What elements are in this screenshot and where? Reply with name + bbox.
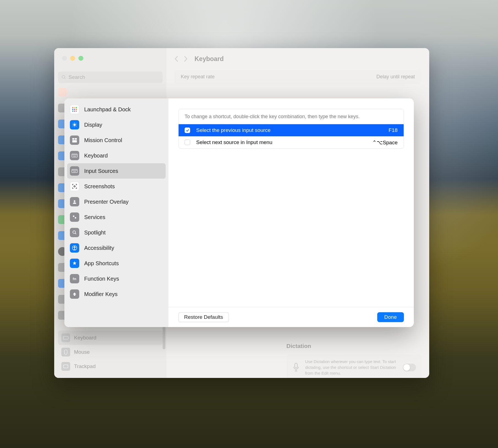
svg-point-32	[74, 155, 75, 155]
category-label: Display	[84, 122, 102, 128]
shortcut-label: Select next source in Input menu	[196, 139, 366, 145]
accessibility-icon	[70, 243, 79, 253]
svg-rect-10	[76, 107, 77, 108]
done-label: Done	[384, 314, 397, 320]
category-accessibility[interactable]: Accessibility	[67, 240, 166, 256]
svg-rect-13	[76, 109, 77, 110]
category-label: Input Sources	[84, 168, 118, 174]
svg-rect-27	[75, 138, 77, 140]
category-display[interactable]: Display	[67, 117, 166, 132]
category-label: Mission Control	[84, 137, 122, 143]
svg-rect-8	[72, 107, 73, 108]
shortcut-key[interactable]: ⌃⌥Space	[372, 139, 398, 146]
screenshots-icon	[70, 182, 79, 191]
keyboard-shortcuts-sheet: Launchpad & DockDisplayMission ControlKe…	[64, 98, 414, 327]
svg-line-23	[76, 126, 76, 127]
category-function[interactable]: fnFunction Keys	[67, 271, 166, 286]
category-spotlight[interactable]: Spotlight	[67, 225, 166, 240]
keyboard-icon	[70, 151, 79, 160]
svg-point-45	[73, 215, 74, 217]
shortcut-content: To change a shortcut, double-click the k…	[168, 98, 414, 307]
svg-point-46	[75, 217, 76, 219]
shortcut-row[interactable]: Select next source in Input menu⌃⌥Space	[179, 136, 404, 148]
category-label: Presenter Overlay	[84, 199, 128, 205]
category-label: Services	[84, 214, 105, 220]
spotlight-icon	[70, 228, 79, 237]
shortcut-label: Select the previous input source	[196, 127, 382, 133]
svg-rect-26	[72, 138, 75, 140]
category-label: Modifier Keys	[84, 291, 117, 297]
svg-line-22	[73, 123, 73, 124]
svg-line-25	[76, 123, 76, 124]
svg-point-33	[75, 155, 76, 155]
svg-point-17	[74, 124, 76, 126]
services-icon	[70, 212, 79, 222]
done-button[interactable]: Done	[377, 312, 404, 322]
svg-rect-16	[76, 111, 77, 112]
category-label: Accessibility	[84, 245, 114, 251]
category-label: Keyboard	[84, 153, 108, 159]
shortcut-row[interactable]: Select the previous input sourceF18	[179, 124, 404, 136]
category-label: App Shortcuts	[84, 260, 119, 267]
modifier-icon	[70, 289, 79, 299]
svg-point-40	[75, 170, 76, 170]
svg-rect-29	[72, 154, 77, 157]
category-label: Function Keys	[84, 276, 119, 282]
svg-point-50	[74, 246, 75, 247]
shortcut-checkbox[interactable]	[185, 140, 190, 145]
category-modifier[interactable]: Modifier Keys	[67, 286, 166, 302]
input-icon	[70, 166, 79, 176]
restore-defaults-label: Restore Defaults	[184, 314, 223, 320]
launchpad-icon	[70, 105, 79, 114]
restore-defaults-button[interactable]: Restore Defaults	[178, 312, 229, 322]
sheet-footer: Restore Defaults Done	[168, 307, 414, 327]
svg-rect-36	[72, 169, 77, 173]
category-screenshots[interactable]: Screenshots	[67, 179, 166, 194]
svg-rect-9	[74, 107, 75, 108]
category-launchpad[interactable]: Launchpad & Dock	[67, 102, 166, 117]
svg-point-43	[74, 186, 75, 187]
mission-icon	[70, 135, 79, 145]
category-label: Screenshots	[84, 183, 115, 190]
svg-point-38	[73, 170, 74, 170]
category-presenter[interactable]: Presenter Overlay	[67, 194, 166, 209]
svg-line-24	[73, 126, 73, 127]
svg-point-44	[74, 200, 75, 202]
category-input[interactable]: Input Sources	[67, 163, 166, 179]
shortcut-list: Select the previous input sourceF18Selec…	[179, 124, 404, 148]
shortcut-checkbox[interactable]	[185, 128, 190, 133]
appshortcuts-icon	[70, 259, 79, 268]
svg-point-41	[76, 170, 76, 170]
shortcut-category-sidebar: Launchpad & DockDisplayMission ControlKe…	[64, 98, 168, 327]
presenter-icon	[70, 197, 79, 206]
svg-rect-12	[74, 109, 75, 110]
shortcut-key[interactable]: F18	[388, 127, 398, 133]
svg-point-31	[73, 155, 74, 155]
category-appshortcuts[interactable]: App Shortcuts	[67, 256, 166, 271]
svg-rect-14	[72, 111, 73, 112]
category-keyboard[interactable]: Keyboard	[67, 148, 166, 163]
svg-line-48	[75, 233, 76, 234]
category-services[interactable]: Services	[67, 209, 166, 225]
svg-point-30	[73, 155, 73, 155]
svg-point-47	[73, 231, 76, 234]
svg-rect-15	[74, 111, 75, 112]
category-mission[interactable]: Mission Control	[67, 132, 166, 148]
svg-point-39	[74, 170, 75, 170]
svg-rect-28	[72, 140, 77, 142]
shortcut-instructions: To change a shortcut, double-click the k…	[179, 109, 404, 124]
function-icon: fn	[70, 274, 79, 283]
svg-rect-51	[74, 294, 75, 296]
display-icon	[70, 120, 79, 129]
category-label: Spotlight	[84, 229, 106, 236]
svg-rect-11	[72, 109, 73, 110]
svg-point-34	[76, 155, 76, 155]
shortcuts-box: To change a shortcut, double-click the k…	[178, 109, 404, 149]
svg-point-37	[73, 170, 73, 170]
category-label: Launchpad & Dock	[84, 106, 131, 113]
shortcut-sheet-main: To change a shortcut, double-click the k…	[168, 98, 414, 327]
